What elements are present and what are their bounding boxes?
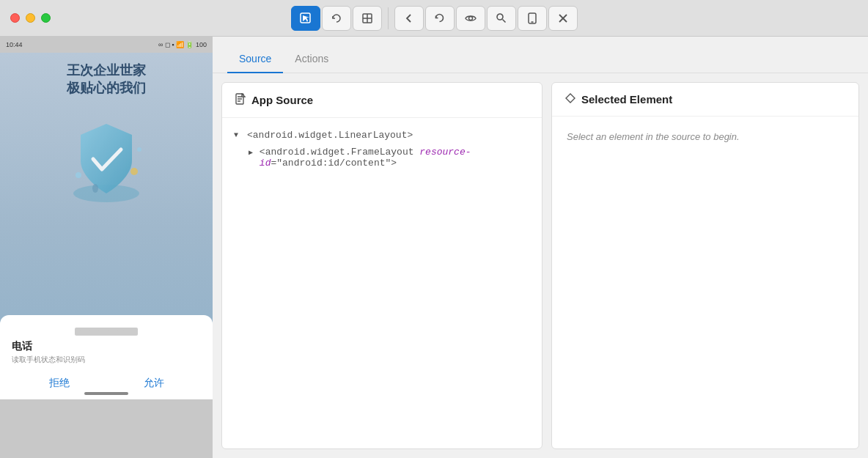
maximize-dot[interactable] <box>41 13 51 23</box>
tab-source[interactable]: Source <box>227 45 283 73</box>
phone-panel: 10:44 ∞ ◻ ▪ 📶 🔋 100 王次企业世家极贴心的我们 <box>0 37 213 458</box>
phone-home-bar <box>84 392 128 395</box>
back-button[interactable] <box>394 6 424 31</box>
close-window-button[interactable] <box>548 6 578 31</box>
tab-actions[interactable]: Actions <box>283 45 340 73</box>
dialog-title: 电话 <box>12 340 201 353</box>
tree-tag-linearlayout: <android.widget.LinearLayout> <box>247 130 413 141</box>
rotate-tool-button[interactable] <box>322 6 351 31</box>
selected-element-panel: Selected Element Select an element in th… <box>551 82 859 449</box>
svg-point-14 <box>137 147 141 152</box>
svg-point-4 <box>468 16 472 20</box>
selected-panel-title: Selected Element <box>581 93 672 106</box>
tree-toggle-2[interactable]: ▶ <box>249 148 257 157</box>
deny-button[interactable]: 拒绝 <box>32 374 87 393</box>
search-button[interactable] <box>487 6 516 31</box>
allow-button[interactable]: 允许 <box>126 374 182 393</box>
dialog-subtitle: 读取手机状态和识别码 <box>12 355 201 365</box>
dialog-app-name: ■■■■■■■■■■■■■ <box>12 327 201 336</box>
reload-button[interactable] <box>425 6 455 31</box>
svg-point-13 <box>76 172 81 178</box>
phone-screen: 10:44 ∞ ◻ ▪ 📶 🔋 100 王次企业世家极贴心的我们 <box>0 37 213 458</box>
panels-area: App Source ▼ <android.widget.LinearLayou… <box>213 73 868 458</box>
phone-permission-dialog: ■■■■■■■■■■■■■ 电话 读取手机状态和识别码 拒绝 允许 <box>0 315 213 399</box>
titlebar <box>0 0 868 37</box>
dialog-buttons: 拒绝 允许 <box>12 374 201 393</box>
select-tool-button[interactable] <box>291 6 320 31</box>
source-panel-title: App Source <box>251 94 313 106</box>
selected-panel-header: Selected Element <box>552 83 858 117</box>
source-panel: App Source ▼ <android.widget.LinearLayou… <box>221 82 542 449</box>
phone-battery: ∞ ◻ ▪ 📶 🔋 100 <box>158 41 207 48</box>
resize-tool-button[interactable] <box>353 6 382 31</box>
svg-point-5 <box>497 14 503 20</box>
svg-line-6 <box>503 20 506 23</box>
minimize-dot[interactable] <box>26 13 35 23</box>
phone-content[interactable]: 王次企业世家极贴心的我们 <box>0 53 213 399</box>
svg-point-15 <box>92 184 98 193</box>
svg-point-12 <box>130 168 138 175</box>
toolbar-divider <box>388 7 389 29</box>
tree-tag-framelayout: <android.widget.FrameLayout resource-id=… <box>260 147 530 169</box>
window-controls <box>10 13 51 23</box>
tree-row-framelayout[interactable]: ▶ <android.widget.FrameLayout resource-i… <box>249 147 530 169</box>
phone-shield-illustration <box>51 106 161 215</box>
close-dot[interactable] <box>10 13 20 23</box>
diamond-icon <box>565 93 575 106</box>
phone-statusbar: 10:44 ∞ ◻ ▪ 📶 🔋 100 <box>0 37 213 53</box>
source-tree: ▼ <android.widget.LinearLayout> ▶ <andro… <box>222 118 542 186</box>
device-button[interactable] <box>518 6 547 31</box>
tree-toggle-1[interactable]: ▼ <box>234 131 244 139</box>
main-area: 10:44 ∞ ◻ ▪ 📶 🔋 100 王次企业世家极贴心的我们 <box>0 37 868 458</box>
phone-time: 10:44 <box>6 41 23 48</box>
tabs-bar: Source Actions <box>213 37 868 73</box>
eye-button[interactable] <box>456 6 485 31</box>
selected-panel-placeholder: Select an element in the source to begin… <box>552 117 858 448</box>
tree-row-linearlayout[interactable]: ▼ <android.widget.LinearLayout> <box>234 130 530 141</box>
toolbar <box>291 6 578 31</box>
source-panel-header: App Source <box>222 83 542 118</box>
placeholder-text: Select an element in the source to begin… <box>567 131 740 142</box>
right-panel: Source Actions App Source <box>213 37 868 458</box>
phone-banner-text: 王次企业世家极贴心的我们 <box>0 53 213 106</box>
document-icon <box>235 93 246 107</box>
svg-marker-20 <box>566 94 575 103</box>
